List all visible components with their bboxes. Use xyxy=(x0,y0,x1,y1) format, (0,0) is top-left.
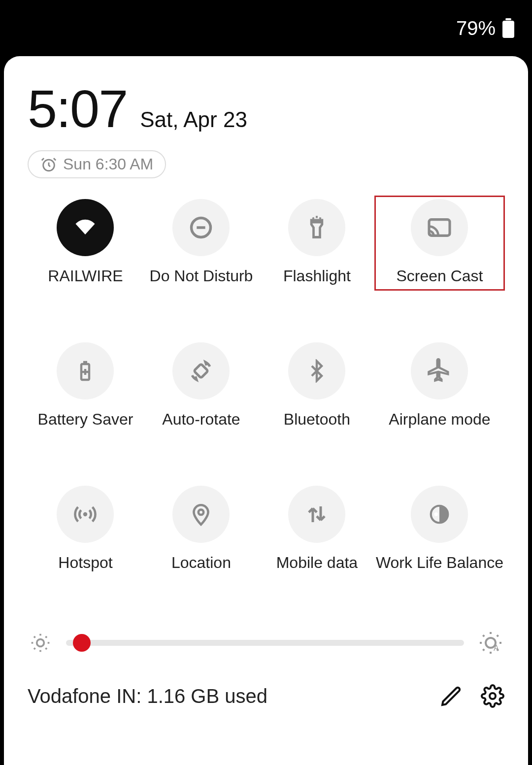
tile-mobiledata[interactable]: Mobile data xyxy=(259,483,375,577)
airplane-icon xyxy=(411,342,468,399)
svg-point-3 xyxy=(429,233,432,236)
tile-label: Flashlight xyxy=(283,267,351,285)
tile-batterysaver[interactable]: Battery Saver xyxy=(28,339,143,433)
battery-icon xyxy=(502,18,514,38)
alarm-chip[interactable]: Sun 6:30 AM xyxy=(28,150,166,178)
tile-label: Auto-rotate xyxy=(162,410,240,429)
tile-location[interactable]: Location xyxy=(143,483,259,577)
tile-label: Bluetooth xyxy=(284,410,350,429)
svg-rect-5 xyxy=(194,364,208,378)
battery-percent: 79% xyxy=(456,17,496,39)
location-icon xyxy=(172,486,230,543)
brightness-thumb[interactable] xyxy=(73,634,91,652)
svg-point-6 xyxy=(83,512,87,516)
tile-airplane[interactable]: Airplane mode xyxy=(375,339,504,433)
bluetooth-icon xyxy=(288,342,345,399)
wifi-icon xyxy=(57,199,114,256)
alarm-text: Sun 6:30 AM xyxy=(63,155,153,173)
tile-label: Hotspot xyxy=(58,554,112,572)
brightness-slider[interactable] xyxy=(66,640,464,646)
clock-date[interactable]: Sat, Apr 23 xyxy=(140,107,247,132)
dnd-icon xyxy=(172,199,230,256)
batterysaver-icon xyxy=(57,342,114,399)
tile-label: Location xyxy=(171,554,231,572)
tile-wifi[interactable]: RAILWIRE xyxy=(28,196,143,290)
brightness-row: A xyxy=(28,631,504,655)
svg-point-7 xyxy=(199,510,203,515)
tile-label: Battery Saver xyxy=(38,410,133,429)
flashlight-icon xyxy=(288,199,345,256)
tile-label: Screen Cast xyxy=(396,267,483,285)
screencast-icon xyxy=(411,199,468,256)
tile-worklife[interactable]: Work Life Balance xyxy=(375,483,504,577)
tile-bluetooth[interactable]: Bluetooth xyxy=(259,339,375,433)
brightness-low-icon xyxy=(30,632,51,654)
tile-flashlight[interactable]: Flashlight xyxy=(259,196,375,290)
tile-label: Airplane mode xyxy=(389,410,490,429)
alarm-icon xyxy=(40,156,57,173)
brightness-auto-icon[interactable]: A xyxy=(479,631,502,655)
status-bar: 79% xyxy=(0,0,532,56)
tile-screencast[interactable]: Screen Cast xyxy=(375,196,504,290)
svg-point-13 xyxy=(490,693,496,699)
tile-hotspot[interactable]: Hotspot xyxy=(28,483,143,577)
tile-label: RAILWIRE xyxy=(48,267,123,285)
tile-autorotate[interactable]: Auto-rotate xyxy=(143,339,259,433)
svg-point-9 xyxy=(434,512,438,516)
autorotate-icon xyxy=(172,342,230,399)
carrier-usage-text[interactable]: Vodafone IN: 1.16 GB used xyxy=(28,685,422,707)
svg-point-10 xyxy=(37,639,44,647)
hotspot-icon xyxy=(57,486,114,543)
clock-row: 5:07 Sat, Apr 23 xyxy=(28,78,504,139)
tile-label: Mobile data xyxy=(276,554,358,572)
clock-time[interactable]: 5:07 xyxy=(28,78,127,139)
quick-settings-panel: 5:07 Sat, Apr 23 Sun 6:30 AM RAILWIREDo … xyxy=(4,56,528,765)
svg-text:A: A xyxy=(494,644,499,652)
worklife-icon xyxy=(411,486,468,543)
edit-icon[interactable] xyxy=(439,684,463,708)
tile-label: Work Life Balance xyxy=(376,554,503,572)
tiles-grid: RAILWIREDo Not DisturbFlashlightScreen C… xyxy=(28,196,504,577)
mobiledata-icon xyxy=(288,486,345,543)
tile-label: Do Not Disturb xyxy=(150,267,253,285)
tile-dnd[interactable]: Do Not Disturb xyxy=(143,196,259,290)
footer-row: Vodafone IN: 1.16 GB used xyxy=(28,684,504,708)
settings-icon[interactable] xyxy=(481,684,504,708)
